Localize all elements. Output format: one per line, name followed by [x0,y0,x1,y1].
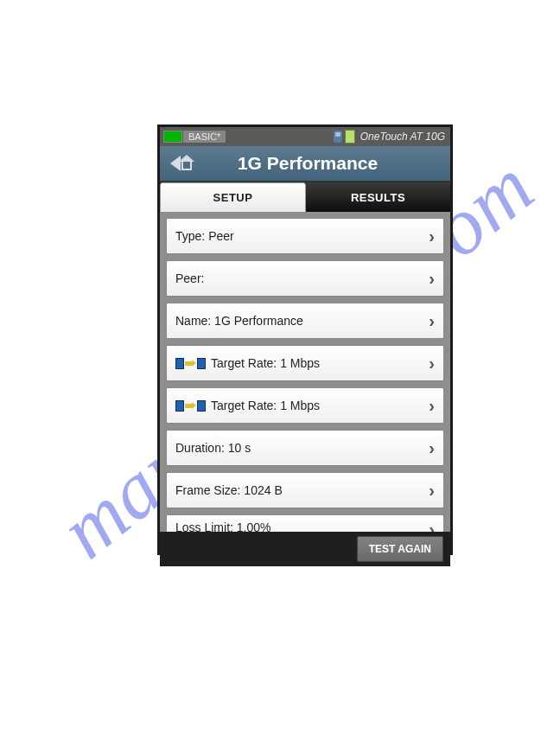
profile-label: BASIC* [183,131,226,143]
row-frame-size[interactable]: Frame Size: 1024 B › [166,472,444,508]
row-rate-up-label: Target Rate: 1 Mbps [211,356,429,370]
row-loss-limit[interactable]: Loss Limit: 1.00% › [166,514,444,532]
bottom-bar: TEST AGAIN [160,532,450,566]
chevron-right-icon: › [429,312,435,329]
page-title: 1G Performance [165,153,450,174]
device-frame: BASIC* OneTouch AT 10G 1G Performance SE… [157,124,453,555]
row-frame-label: Frame Size: 1024 B [175,483,429,497]
row-target-rate-down[interactable]: Target Rate: 1 Mbps › [166,387,444,424]
row-rate-down-label: Target Rate: 1 Mbps [211,399,429,412]
row-type-label: Type: Peer [175,229,429,243]
content-area: Type: Peer › Peer: › Name: 1G Performanc… [160,212,450,532]
row-name-label: Name: 1G Performance [175,314,429,328]
card-icon [345,130,355,144]
chevron-right-icon: › [429,520,435,532]
tab-results[interactable]: RESULTS [306,182,450,212]
status-icons [334,130,355,144]
chevron-right-icon: › [429,482,435,499]
row-peer-label: Peer: [175,271,429,285]
chevron-right-icon: › [429,227,435,245]
mic-icon [334,131,342,143]
row-target-rate-up[interactable]: Target Rate: 1 Mbps › [166,345,444,381]
chevron-right-icon: › [429,354,435,372]
status-bar: BASIC* OneTouch AT 10G [160,127,450,146]
model-label: OneTouch AT 10G [360,131,450,143]
tab-bar: SETUP RESULTS [160,182,450,212]
chevron-right-icon: › [429,270,435,287]
row-type[interactable]: Type: Peer › [166,218,444,254]
row-duration-label: Duration: 10 s [175,441,429,455]
row-duration[interactable]: Duration: 10 s › [166,430,444,466]
title-bar: 1G Performance [160,146,450,182]
upstream-icon [175,358,206,369]
chevron-right-icon: › [429,397,435,414]
battery-icon [163,131,182,143]
row-name[interactable]: Name: 1G Performance › [166,303,444,339]
row-peer[interactable]: Peer: › [166,260,444,297]
downstream-icon [175,400,206,412]
row-loss-label: Loss Limit: 1.00% [175,520,429,532]
test-again-button[interactable]: TEST AGAIN [357,536,443,562]
tab-setup[interactable]: SETUP [160,182,306,212]
chevron-right-icon: › [429,439,435,456]
home-icon [179,156,194,170]
